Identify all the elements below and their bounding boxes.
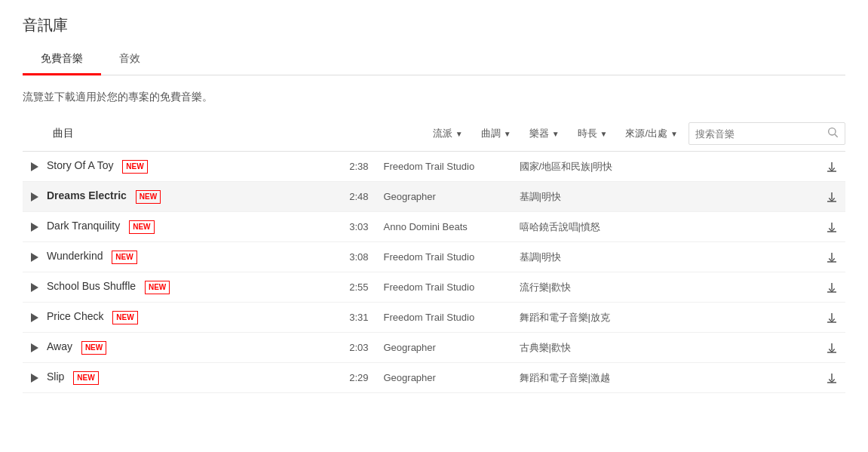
- track-name: Wunderkind NEW: [47, 250, 346, 264]
- play-button[interactable]: [23, 374, 47, 383]
- download-button[interactable]: [818, 190, 845, 204]
- new-badge: NEW: [112, 311, 137, 324]
- play-button[interactable]: [23, 162, 47, 171]
- download-button[interactable]: [818, 371, 845, 385]
- col-track-label: 曲目: [23, 127, 422, 140]
- svg-point-0: [829, 128, 836, 135]
- svg-marker-4: [31, 192, 38, 201]
- track-name: Slip NEW: [47, 371, 346, 385]
- svg-marker-16: [31, 374, 38, 383]
- table-row: Story Of A Toy NEW 2:38 Freedom Trail St…: [23, 152, 845, 182]
- svg-marker-8: [31, 253, 38, 262]
- download-button[interactable]: [818, 341, 845, 355]
- page-container: 音訊庫 免費音樂 音效 流覽並下載適用於您的專案的免費音樂。 曲目 流派 ▼ 曲…: [0, 0, 868, 408]
- play-button[interactable]: [23, 343, 47, 352]
- track-genre: 流行樂|歡快: [520, 281, 819, 294]
- svg-marker-12: [31, 313, 38, 322]
- download-button[interactable]: [818, 160, 845, 174]
- table-row: Away NEW 2:03 Geographer 古典樂|歡快: [23, 333, 845, 363]
- track-artist: Freedom Trail Studio: [384, 312, 520, 323]
- track-duration: 3:08: [346, 251, 384, 263]
- track-genre: 基調|明快: [520, 251, 819, 264]
- track-artist: Geographer: [384, 191, 520, 202]
- track-genre: 古典樂|歡快: [520, 341, 819, 355]
- new-badge: NEW: [81, 341, 106, 355]
- new-badge: NEW: [145, 281, 170, 294]
- track-table: Story Of A Toy NEW 2:38 Freedom Trail St…: [23, 152, 845, 393]
- track-genre: 基調|明快: [520, 190, 819, 204]
- chevron-down-icon: ▼: [670, 130, 678, 138]
- track-name: Away NEW: [47, 340, 346, 355]
- chevron-down-icon: ▼: [600, 130, 608, 138]
- svg-marker-2: [31, 162, 38, 171]
- play-button[interactable]: [23, 223, 47, 232]
- filter-instrument-button[interactable]: 樂器 ▼: [522, 124, 567, 143]
- page-title: 音訊庫: [23, 15, 845, 35]
- new-badge: NEW: [73, 371, 98, 385]
- new-badge: NEW: [122, 160, 147, 174]
- search-icon: [827, 126, 839, 141]
- download-button[interactable]: [818, 220, 845, 234]
- table-row: Dark Tranquility NEW 3:03 Anno Domini Be…: [23, 212, 845, 242]
- table-row: Wunderkind NEW 3:08 Freedom Trail Studio…: [23, 242, 845, 272]
- track-name: Story Of A Toy NEW: [47, 159, 346, 174]
- track-genre: 國家/地區和民族|明快: [520, 160, 819, 174]
- svg-marker-10: [31, 283, 38, 292]
- download-button[interactable]: [818, 311, 845, 324]
- track-artist: Freedom Trail Studio: [384, 281, 520, 293]
- table-row: Price Check NEW 3:31 Freedom Trail Studi…: [23, 303, 845, 333]
- search-input[interactable]: [695, 128, 822, 140]
- track-genre: 舞蹈和電子音樂|放克: [520, 311, 819, 324]
- tab-sound-effects[interactable]: 音效: [101, 45, 158, 75]
- new-badge: NEW: [112, 251, 136, 264]
- filter-source-button[interactable]: 來源/出處 ▼: [618, 124, 686, 143]
- track-duration: 3:31: [346, 312, 384, 323]
- table-row: Slip NEW 2:29 Geographer 舞蹈和電子音樂|激越: [23, 363, 845, 393]
- new-badge: NEW: [136, 190, 161, 204]
- track-duration: 2:38: [346, 161, 384, 172]
- track-name: Price Check NEW: [47, 310, 346, 324]
- filter-duration-button[interactable]: 時長 ▼: [570, 124, 615, 143]
- svg-marker-14: [31, 343, 38, 352]
- subtitle-text: 流覽並下載適用於您的專案的免費音樂。: [23, 91, 845, 104]
- table-row: School Bus Shuffle NEW 2:55 Freedom Trai…: [23, 272, 845, 303]
- chevron-down-icon: ▼: [455, 130, 463, 138]
- track-duration: 2:48: [346, 191, 384, 202]
- chevron-down-icon: ▼: [504, 130, 511, 138]
- track-duration: 2:29: [346, 372, 384, 383]
- play-button[interactable]: [23, 313, 47, 322]
- new-badge: NEW: [129, 220, 154, 234]
- track-name: School Bus Shuffle NEW: [47, 280, 346, 294]
- track-duration: 2:03: [346, 342, 384, 353]
- svg-marker-6: [31, 223, 38, 232]
- track-artist: Freedom Trail Studio: [384, 161, 520, 172]
- filter-genre-button[interactable]: 流派 ▼: [425, 124, 471, 143]
- track-genre: 嘻哈鐃舌說唱|憤怒: [520, 220, 819, 234]
- tab-free-music[interactable]: 免費音樂: [23, 45, 101, 75]
- svg-line-1: [835, 134, 838, 137]
- track-name: Dark Tranquility NEW: [47, 220, 346, 234]
- table-row: Dreams Electric NEW 2:48 Geographer 基調|明…: [23, 182, 845, 212]
- track-name: Dreams Electric NEW: [47, 189, 346, 204]
- toolbar: 曲目 流派 ▼ 曲調 ▼ 樂器 ▼ 時長 ▼ 來源/出處 ▼: [23, 122, 845, 145]
- track-artist: Freedom Trail Studio: [384, 251, 520, 263]
- filter-mood-button[interactable]: 曲調 ▼: [474, 124, 519, 143]
- track-artist: Geographer: [384, 372, 520, 383]
- track-duration: 2:55: [346, 281, 384, 293]
- download-button[interactable]: [818, 281, 845, 294]
- download-button[interactable]: [818, 251, 845, 264]
- tabs-container: 免費音樂 音效: [23, 45, 845, 75]
- track-artist: Geographer: [384, 342, 520, 353]
- play-button[interactable]: [23, 253, 47, 262]
- track-artist: Anno Domini Beats: [384, 221, 520, 232]
- play-button[interactable]: [23, 192, 47, 201]
- play-button[interactable]: [23, 283, 47, 292]
- search-box: [689, 122, 845, 145]
- track-duration: 3:03: [346, 221, 384, 232]
- track-genre: 舞蹈和電子音樂|激越: [520, 371, 819, 385]
- chevron-down-icon: ▼: [552, 130, 560, 138]
